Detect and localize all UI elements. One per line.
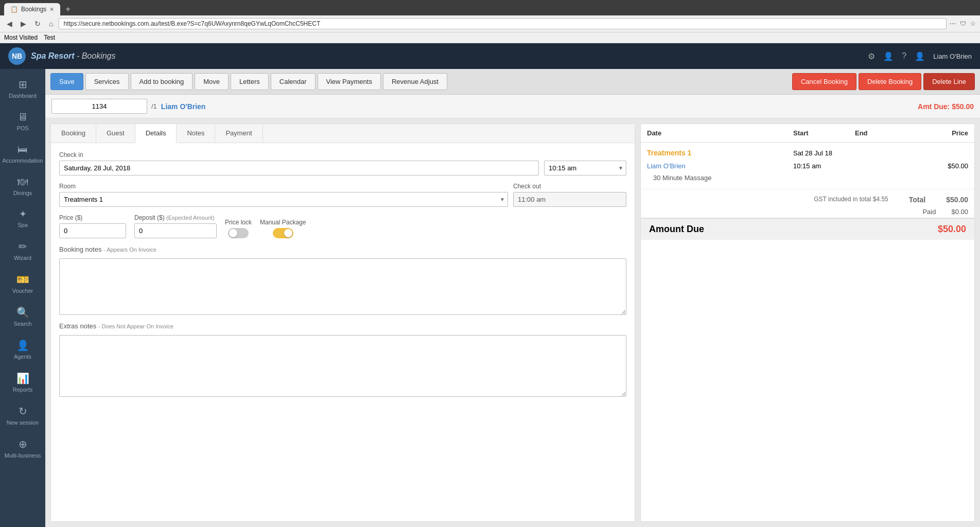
tab-details[interactable]: Details xyxy=(135,124,177,143)
col-header-date: Date xyxy=(647,129,793,137)
user-icon-2[interactable]: 👤 xyxy=(915,51,925,61)
content-area: Booking Guest Details Notes Payment Chec… xyxy=(45,118,980,527)
sidebar-label-reports: Reports xyxy=(13,387,33,393)
browser-tab[interactable]: 📋 Bookings ✕ xyxy=(4,3,60,15)
sidebar-item-reports[interactable]: 📊 Reports xyxy=(0,367,45,398)
nav-extras: ⋯ 🛡 ☆ xyxy=(950,20,976,27)
address-bar[interactable] xyxy=(59,18,947,29)
agents-icon: 👤 xyxy=(16,339,29,352)
sidebar-item-agents[interactable]: 👤 Agents xyxy=(0,334,45,365)
sidebar-item-accommodation[interactable]: 🛏 Accommodation xyxy=(0,138,45,169)
title-suffix: - Bookings xyxy=(74,51,115,60)
amount-due-value: $50.00 xyxy=(938,224,966,235)
sidebar-item-dashboard[interactable]: ⊞ Dashboard xyxy=(0,73,45,104)
app-title: Spa Resort - Bookings xyxy=(31,51,116,61)
sidebar-label-accommodation: Accommodation xyxy=(3,157,43,164)
summary-section-date: Sat 28 Jul 18 xyxy=(793,149,855,157)
add-to-booking-button[interactable]: Add to booking xyxy=(131,73,193,90)
sidebar-item-pos[interactable]: 🖥 POS xyxy=(0,106,45,136)
main-area: Save Services Add to booking Move Letter… xyxy=(45,69,980,527)
gst-note: GST included in total $4.55 xyxy=(814,196,888,204)
delete-line-button[interactable]: Delete Line xyxy=(923,73,975,90)
sidebar-item-new-session[interactable]: ↻ New session xyxy=(0,400,45,431)
price-label: Price ($) xyxy=(59,214,126,221)
summary-gst-row: GST included in total $4.55 Total $50.00 xyxy=(641,189,974,206)
new-tab-button[interactable]: + xyxy=(62,4,73,15)
sidebar-label-pos: POS xyxy=(16,125,28,131)
sidebar-label-agents: Agents xyxy=(14,354,31,360)
sidebar-item-multi-business[interactable]: ⊕ Multi-business xyxy=(0,433,45,464)
price-lock-label: Price lock xyxy=(225,219,252,226)
col-header-end: End xyxy=(855,129,917,137)
home-button[interactable]: ⌂ xyxy=(46,19,56,29)
bookmark-most-visited[interactable]: Most Visited xyxy=(4,34,38,41)
delete-booking-button[interactable]: Delete Booking xyxy=(859,73,921,90)
sidebar-item-voucher[interactable]: 🎫 Voucher xyxy=(0,268,45,299)
booking-notes-textarea[interactable] xyxy=(59,258,626,315)
left-panel: Booking Guest Details Notes Payment Chec… xyxy=(50,124,635,522)
user-name: Liam O'Brien xyxy=(933,52,972,60)
summary-guest-row: Liam O'Brien 10:15 am $50.00 xyxy=(641,159,974,172)
save-button[interactable]: Save xyxy=(50,73,83,90)
booking-sep: /1 xyxy=(151,102,157,110)
search-icon: 🔍 xyxy=(16,306,29,319)
room-select[interactable]: Treatments 1 xyxy=(59,192,508,207)
back-button[interactable]: ◀ xyxy=(4,19,15,29)
extras-notes-textarea[interactable] xyxy=(59,335,626,397)
view-payments-button[interactable]: View Payments xyxy=(318,73,381,90)
paid-label: Paid xyxy=(922,208,936,216)
wizard-icon: ✏ xyxy=(19,240,27,253)
cancel-booking-button[interactable]: Cancel Booking xyxy=(792,73,856,90)
sidebar-item-wizard[interactable]: ✏ Wizard xyxy=(0,235,45,266)
bookmark-star-icon[interactable]: ☆ xyxy=(970,20,976,27)
check-in-time-select[interactable]: 10:15 am xyxy=(544,161,626,175)
check-in-label: Check in xyxy=(59,151,539,159)
bookmark-test[interactable]: Test xyxy=(44,34,55,41)
services-button[interactable]: Services xyxy=(85,73,129,90)
refresh-button[interactable]: ↻ xyxy=(32,19,43,29)
settings-icon[interactable]: ⚙ xyxy=(868,51,875,61)
revenue-adjust-button[interactable]: Revenue Adjust xyxy=(383,73,447,90)
price-input[interactable] xyxy=(59,223,126,238)
booking-id-field[interactable] xyxy=(51,99,147,114)
check-in-date-input[interactable] xyxy=(59,161,539,175)
tab-guest[interactable]: Guest xyxy=(96,124,135,143)
tab-favicon: 📋 xyxy=(10,6,18,13)
sidebar-label-dinings: Dinings xyxy=(13,190,32,196)
extensions-icon: ⋯ xyxy=(950,20,956,27)
app-logo: NB Spa Resort - Bookings xyxy=(8,47,116,65)
sidebar-item-dinings[interactable]: 🍽 Dinings xyxy=(0,171,45,201)
user-icon[interactable]: 👤 xyxy=(883,51,894,61)
check-in-time-label xyxy=(544,151,626,159)
new-session-icon: ↻ xyxy=(19,405,27,417)
checkout-label: Check out xyxy=(513,183,626,190)
forward-button[interactable]: ▶ xyxy=(18,19,29,29)
summary-service-price: $50.00 xyxy=(917,162,968,170)
col-header-start: Start xyxy=(793,129,855,137)
move-button[interactable]: Move xyxy=(195,73,229,90)
deposit-input[interactable] xyxy=(134,223,217,238)
tab-booking[interactable]: Booking xyxy=(51,124,96,143)
logo-circle: NB xyxy=(8,47,26,65)
header-right: ⚙ 👤 ? 👤 Liam O'Brien xyxy=(868,51,972,61)
sidebar-label-spa: Spa xyxy=(18,222,28,228)
sidebar-item-search[interactable]: 🔍 Search xyxy=(0,301,45,332)
close-tab-btn[interactable]: ✕ xyxy=(49,6,54,13)
sidebar-label-dashboard: Dashboard xyxy=(9,93,37,99)
multi-business-icon: ⊕ xyxy=(19,438,27,450)
accommodation-icon: 🛏 xyxy=(18,144,28,155)
tab-payment[interactable]: Payment xyxy=(215,124,262,143)
tab-notes[interactable]: Notes xyxy=(177,124,215,143)
price-lock-toggle[interactable] xyxy=(228,228,249,238)
calendar-button[interactable]: Calendar xyxy=(271,73,316,90)
sidebar-item-spa[interactable]: ✦ Spa xyxy=(0,203,45,233)
manual-package-knob xyxy=(284,229,292,237)
dinings-icon: 🍽 xyxy=(18,176,28,188)
help-icon[interactable]: ? xyxy=(902,51,906,61)
letters-button[interactable]: Letters xyxy=(231,73,269,90)
manual-package-toggle[interactable] xyxy=(273,228,293,238)
amount-due-label: Amount Due xyxy=(649,224,704,235)
voucher-icon: 🎫 xyxy=(16,273,29,286)
summary-section-row: Treatments 1 Sat 28 Jul 18 xyxy=(641,143,974,159)
price-lock-knob xyxy=(229,229,237,237)
